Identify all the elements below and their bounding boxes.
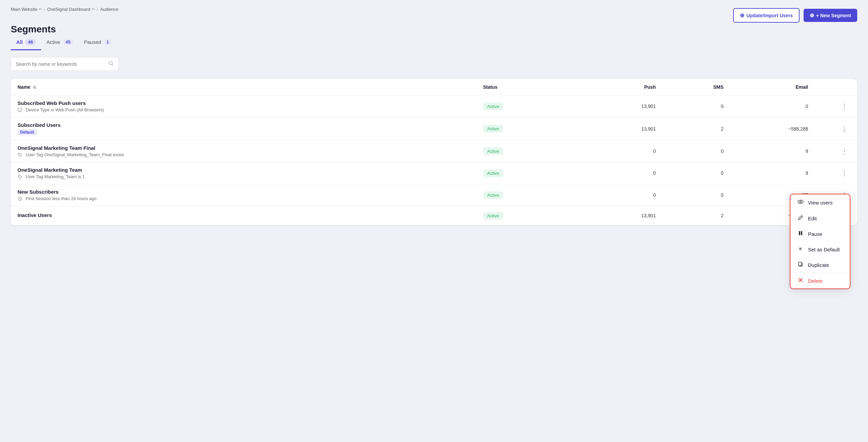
row-actions-button[interactable]: ⋮ — [838, 124, 850, 134]
search-box[interactable] — [11, 57, 119, 71]
default-badge: Default — [18, 129, 37, 135]
tab-all-label: All — [16, 39, 23, 45]
dropdown-pause[interactable]: Pause — [790, 226, 850, 242]
segment-name-cell: Subscribed UsersDefault — [11, 117, 476, 140]
tab-active-count: 45 — [63, 39, 73, 45]
delete-icon — [797, 277, 804, 284]
page-container: Main Website ✏ › OneSignal Dashboard ✏ ›… — [0, 0, 868, 442]
segment-name[interactable]: Subscribed Users — [18, 122, 470, 128]
actions-cell: ⋮ — [815, 140, 857, 162]
row-actions-button[interactable]: ⋮ — [838, 102, 850, 111]
email-count: ~588,288 — [730, 117, 815, 140]
push-count: 0 — [578, 162, 663, 184]
new-segment-button[interactable]: ⊕ + New Segment — [804, 9, 857, 22]
svg-rect-12 — [799, 231, 800, 235]
table-row: Subscribed Web Push usersDevice Type is … — [11, 95, 857, 117]
segment-name-cell: OneSignal Marketing TeamUser Tag Marketi… — [11, 162, 476, 184]
svg-rect-2 — [18, 108, 22, 111]
dropdown-view-users[interactable]: View users — [790, 194, 850, 211]
col-name-label: Name — [18, 84, 30, 90]
segment-name[interactable]: OneSignal Marketing Team Final — [18, 145, 470, 151]
dropdown-edit[interactable]: Edit — [790, 211, 850, 226]
tab-active[interactable]: Active 45 — [41, 35, 79, 50]
tab-all-count: 46 — [25, 39, 35, 45]
sms-count: 0 — [663, 184, 730, 206]
actions-cell: ⋮ — [815, 95, 857, 117]
dropdown-pause-label: Pause — [808, 231, 822, 237]
table-row: Inactive UsersActive13,9012~582,656⋮ — [11, 206, 857, 225]
table-row: OneSignal Marketing TeamUser Tag Marketi… — [11, 162, 857, 184]
svg-rect-16 — [799, 262, 802, 266]
breadcrumb: Main Website ✏ › OneSignal Dashboard ✏ ›… — [11, 7, 118, 12]
col-header-actions — [815, 79, 857, 95]
breadcrumb-onesignal[interactable]: OneSignal Dashboard ✏ — [47, 7, 95, 12]
segment-description: First Session less than 24 hours ago — [18, 196, 470, 201]
sms-count: 2 — [663, 117, 730, 140]
status-cell: Active — [476, 95, 578, 117]
search-section — [0, 50, 868, 71]
breadcrumb-main-website[interactable]: Main Website ✏ — [11, 7, 42, 12]
svg-text:✳: ✳ — [798, 246, 803, 251]
update-import-label: Update/Import Users — [746, 13, 793, 18]
header-buttons: ⊕ Update/Import Users ⊕ + New Segment — [733, 7, 857, 23]
segment-name[interactable]: New Subscribers — [18, 189, 470, 195]
push-count: 13,901 — [578, 206, 663, 225]
status-badge: Active — [483, 147, 503, 155]
sort-icon[interactable]: ⇅ — [33, 85, 36, 89]
sms-count: 0 — [663, 140, 730, 162]
duplicate-icon — [797, 261, 804, 268]
segment-name-cell: OneSignal Marketing Team FinalUser Tag O… — [11, 140, 476, 162]
segment-name[interactable]: Inactive Users — [18, 212, 470, 218]
new-segment-label: + New Segment — [816, 13, 851, 18]
row-actions-button[interactable]: ⋮ — [838, 168, 850, 178]
svg-point-11 — [800, 201, 802, 203]
breadcrumb-sep-1: › — [44, 7, 45, 12]
breadcrumb-edit-icon-0[interactable]: ✏ — [39, 7, 42, 11]
status-badge: Active — [483, 212, 503, 220]
breadcrumb-label-1: OneSignal Dashboard — [47, 7, 90, 12]
tab-paused[interactable]: Paused 1 — [79, 35, 117, 50]
asterisk-icon: ✳ — [797, 246, 804, 253]
row-actions-button[interactable]: ⋮ — [838, 146, 850, 156]
dropdown-set-default-label: Set as Default — [808, 247, 840, 252]
table-row: Subscribed UsersDefaultActive13,9012~588… — [11, 117, 857, 140]
status-cell: Active — [476, 162, 578, 184]
breadcrumb-edit-icon-1[interactable]: ✏ — [92, 7, 95, 11]
status-badge: Active — [483, 191, 503, 199]
pause-icon — [797, 230, 804, 237]
dropdown-delete[interactable]: Delete — [790, 273, 850, 288]
sms-count: 2 — [663, 206, 730, 225]
dropdown-duplicate[interactable]: Duplicate — [790, 257, 850, 273]
dropdown-delete-label: Delete — [808, 278, 822, 284]
edit-icon — [797, 215, 804, 222]
tab-all[interactable]: All 46 — [11, 35, 41, 50]
segment-name-cell: Inactive Users — [11, 206, 476, 225]
segment-description: User Tag Marketing_Team is 1 — [18, 174, 470, 179]
status-badge: Active — [483, 169, 503, 177]
actions-cell: ⋮ — [815, 162, 857, 184]
segment-name[interactable]: OneSignal Marketing Team — [18, 167, 470, 173]
col-header-push: Push — [578, 79, 663, 95]
col-header-name[interactable]: Name ⇅ — [11, 79, 476, 95]
segment-description: Device Type is Web Push (All Browsers) — [18, 107, 470, 112]
table-header-row: Name ⇅ Status Push SMS Email — [11, 79, 857, 95]
segment-name[interactable]: Subscribed Web Push users — [18, 100, 470, 106]
actions-cell: ⋮ — [815, 117, 857, 140]
search-input[interactable] — [16, 61, 106, 67]
table-row: New SubscribersFirst Session less than 2… — [11, 184, 857, 206]
update-import-button[interactable]: ⊕ Update/Import Users — [733, 8, 800, 23]
page-title: Segments — [11, 24, 857, 35]
segments-table: Name ⇅ Status Push SMS Email Subscribed … — [11, 79, 857, 225]
segment-description: User Tag OneSignal_Marketing_Team_Final … — [18, 152, 470, 157]
svg-rect-13 — [801, 231, 802, 235]
dropdown-edit-label: Edit — [808, 216, 817, 221]
row-actions-dropdown: View users Edit — [790, 194, 850, 289]
dropdown-duplicate-label: Duplicate — [808, 262, 829, 268]
tabs: All 46 Active 45 Paused 1 — [11, 35, 857, 50]
svg-point-6 — [19, 176, 20, 176]
push-count: 13,901 — [578, 95, 663, 117]
sms-count: 0 — [663, 162, 730, 184]
breadcrumb-audience: Audience — [100, 7, 118, 12]
dropdown-set-default[interactable]: ✳ Set as Default — [790, 242, 850, 257]
svg-point-5 — [19, 154, 20, 155]
